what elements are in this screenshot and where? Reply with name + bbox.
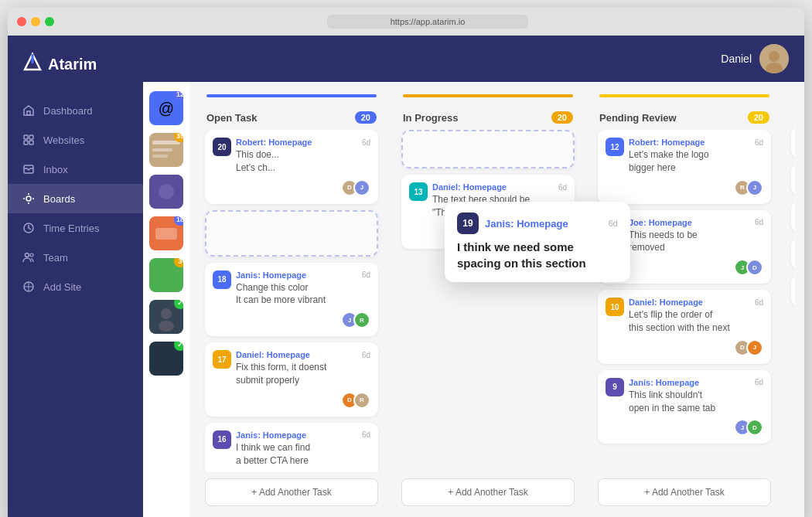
tooltip-card: 19 Janis: Homepage 6d I think we need so…	[445, 202, 630, 282]
column-in-progress-border	[403, 94, 573, 97]
task-card-17[interactable]: 17 Daniel: Homepage 6d Fix this form, it…	[205, 342, 378, 417]
task-card-20[interactable]: 20 Robert: Homepage 6d This doe...Let's …	[205, 130, 378, 204]
notification-icon-item[interactable]: @ 12	[149, 91, 183, 125]
thumbnail-1[interactable]: 35	[149, 133, 183, 167]
app-logo-text: Atarim	[48, 56, 97, 73]
column-pending-review-cards: 12 Robert: Homepage 6d Let's make the lo…	[592, 130, 777, 472]
grid-icon	[22, 133, 36, 147]
task-card-18-footer: J R	[236, 311, 370, 328]
task-card-c7[interactable]	[791, 164, 795, 195]
task-card-c8[interactable]	[791, 127, 795, 158]
url-bar[interactable]: https://app.atarim.io	[327, 15, 528, 29]
minimize-dot[interactable]	[31, 17, 40, 26]
tooltip-author: Janis: Homepage	[485, 218, 568, 230]
task-card-16-content: Janis: Homepage 6d I think we can finda …	[236, 430, 370, 472]
sidebar-item-websites-label: Websites	[43, 134, 84, 146]
svg-rect-18	[152, 148, 172, 151]
inbox-icon	[22, 162, 36, 176]
add-task-open[interactable]: + Add Another Task	[205, 478, 378, 506]
task-card-11-age: 6d	[755, 218, 763, 226]
app-container: Atarim Dashboard	[8, 36, 804, 517]
add-task-pending[interactable]: + Add Another Task	[598, 478, 771, 506]
task-card-9-author: Janis: Homepage	[629, 378, 699, 387]
thumbnail-5[interactable]: ✓	[149, 300, 183, 334]
svg-point-10	[26, 253, 29, 257]
add-task-progress[interactable]: + Add Another Task	[401, 478, 575, 506]
svg-rect-23	[155, 228, 177, 240]
browser-bar: https://app.atarim.io	[8, 8, 804, 36]
task-card-12-title: Let's make the logobigger here	[629, 148, 763, 175]
task-card-16[interactable]: 16 Janis: Homepage 6d I think we can fin…	[205, 423, 378, 472]
task-card-c5[interactable]	[791, 238, 795, 269]
task-card-16-age: 6d	[362, 430, 370, 439]
task-card-10-footer: D J	[629, 339, 763, 356]
task-card-11-footer: J D	[629, 259, 763, 276]
column-open-task-title: Open Task	[206, 112, 258, 124]
task-card-16-footer: J R	[236, 471, 370, 472]
column-pending-review-title: Pending Review	[599, 112, 677, 124]
boards-icon	[22, 192, 36, 206]
thumbnail-6[interactable]: ✓	[149, 342, 183, 376]
boards-area: 19 Janis: Homepage 6d I think we need so…	[189, 82, 804, 517]
task-number-9: 9	[606, 378, 624, 396]
task-card-18[interactable]: 18 Janis: Homepage 6d Change this colorI…	[205, 263, 378, 337]
notification-badge: 12	[174, 91, 183, 100]
tooltip-age: 6d	[609, 219, 618, 228]
task-card-16-author: Janis: Homepage	[236, 430, 306, 440]
sidebar-item-boards[interactable]: Boards	[8, 184, 143, 213]
task-card-12-author: Robert: Homepage	[629, 138, 705, 147]
task-card-13-author: Daniel: Homepage	[432, 182, 507, 192]
task-card-10-title: Let's flip the order ofthis section with…	[629, 308, 763, 335]
svg-point-21	[159, 184, 174, 199]
sidebar-item-inbox[interactable]: Inbox	[8, 155, 143, 184]
task-card-9[interactable]: 9 Janis: Homepage 6d This link shouldn't…	[598, 370, 771, 444]
avatar: R	[353, 311, 370, 328]
content-area: @ 12 35	[143, 82, 804, 517]
task-card-c4[interactable]	[791, 275, 795, 306]
sidebar-item-add-site[interactable]: Add Site	[8, 272, 143, 301]
task-card-10[interactable]: 10 Daniel: Homepage 6d Let's flip the or…	[598, 290, 771, 364]
task-card-20-age: 6d	[362, 138, 370, 147]
sidebar-item-time-entries-label: Time Entries	[43, 223, 99, 234]
task-card-dashed-top	[401, 130, 575, 168]
column-open-task-badge: 20	[355, 111, 377, 124]
tooltip-body: I think we need some spacing on this sec…	[457, 239, 618, 271]
task-card-17-author: Daniel: Homepage	[236, 350, 310, 359]
thumbnail-2[interactable]	[149, 175, 183, 209]
maximize-dot[interactable]	[45, 17, 54, 26]
sidebar-item-team[interactable]: Team	[8, 243, 143, 272]
task-card-18-title: Change this colorIt can be more vibrant	[236, 281, 370, 308]
column-open-task-header: Open Task 20	[199, 104, 384, 130]
top-header: Daniel	[143, 36, 804, 82]
task-card-16-title: I think we can finda better CTA here	[236, 441, 370, 468]
svg-rect-17	[152, 141, 180, 145]
task-card-11-title: This needs to beremoved	[629, 229, 763, 255]
browser-url: https://app.atarim.io	[60, 15, 795, 29]
clock-icon	[22, 221, 36, 235]
svg-rect-6	[29, 141, 33, 145]
logo-icon	[22, 51, 43, 77]
sidebar-item-time-entries[interactable]: Time Entries	[8, 213, 143, 243]
task-card-20-author: Robert: Homepage	[236, 138, 312, 147]
column-pending-review-border	[599, 94, 769, 97]
task-card-12-content: Robert: Homepage 6d Let's make the logob…	[629, 138, 763, 196]
user-avatar	[759, 44, 789, 73]
column-open-task: Open Task 20 20	[199, 94, 384, 512]
sidebar-item-team-label: Team	[43, 252, 68, 264]
svg-rect-19	[152, 155, 168, 158]
task-card-18-age: 6d	[362, 270, 370, 279]
sidebar-item-dashboard[interactable]: Dashboard	[8, 96, 143, 125]
column-in-progress: In Progress 20 13	[395, 94, 581, 512]
column-complete: Comple	[788, 94, 795, 512]
team-icon	[22, 250, 36, 264]
task-card-11-author: Joe: Homepage	[629, 218, 692, 227]
thumbnail-3[interactable]: 18	[149, 216, 183, 250]
tooltip-header: 19 Janis: Homepage 6d	[457, 213, 618, 234]
sidebar-item-websites[interactable]: Websites	[8, 125, 143, 155]
task-card-12[interactable]: 12 Robert: Homepage 6d Let's make the lo…	[598, 130, 771, 204]
thumbnail-4[interactable]: 3	[149, 258, 183, 292]
close-dot[interactable]	[17, 17, 26, 26]
column-pending-review-header: Pending Review 20	[592, 104, 777, 130]
task-card-c6[interactable]	[791, 201, 795, 232]
sidebar-item-add-site-label: Add Site	[43, 281, 81, 293]
